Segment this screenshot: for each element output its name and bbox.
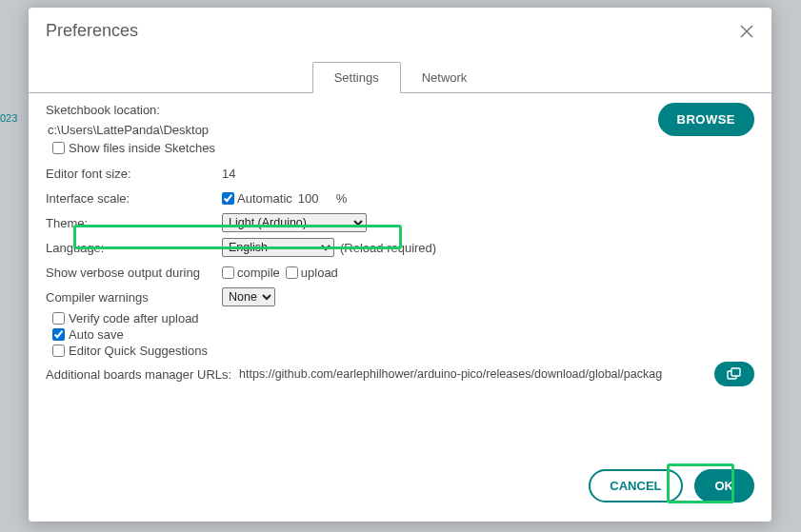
automatic-checkbox[interactable] (222, 192, 234, 205)
cancel-button[interactable]: CANCEL (589, 469, 682, 502)
upload-checkbox[interactable] (286, 266, 298, 279)
font-size-label: Editor font size: (46, 167, 222, 181)
tab-settings[interactable]: Settings (312, 62, 401, 93)
sketchbook-label: Sketchbook location: (46, 103, 658, 117)
compile-label: compile (237, 266, 280, 280)
quick-suggestions-checkbox[interactable] (52, 345, 65, 357)
compiler-warnings-label: Compiler warnings (46, 290, 222, 305)
scale-unit: % (336, 191, 348, 206)
additional-urls-label: Additional boards manager URLs: (46, 367, 231, 382)
browse-button[interactable]: BROWSE (658, 103, 755, 136)
verify-checkbox[interactable] (52, 312, 65, 325)
verbose-label: Show verbose output during (46, 266, 222, 280)
background-partial-text: 023 (0, 112, 17, 124)
autosave-checkbox[interactable] (52, 328, 65, 341)
compile-checkbox[interactable] (222, 266, 234, 279)
dialog-body: Sketchbook location: c:\Users\LattePanda… (29, 93, 771, 456)
tab-network[interactable]: Network (401, 63, 489, 92)
show-files-label: Show files inside Sketches (69, 141, 215, 155)
show-files-checkbox[interactable] (52, 142, 65, 154)
compiler-warnings-select[interactable]: None (222, 287, 275, 306)
ok-button[interactable]: OK (694, 469, 755, 502)
sketchbook-path: c:\Users\LattePanda\Desktop (46, 123, 658, 137)
upload-label: upload (301, 266, 338, 280)
theme-label: Theme: (46, 216, 222, 230)
svg-rect-1 (731, 368, 740, 376)
titlebar: Preferences (29, 8, 771, 41)
expand-icon (727, 367, 742, 381)
language-select[interactable]: English (222, 238, 334, 257)
dialog-footer: CANCEL OK (29, 456, 771, 522)
additional-urls-input[interactable] (239, 367, 707, 381)
quick-suggestions-label: Editor Quick Suggestions (69, 344, 208, 358)
autosave-label: Auto save (69, 327, 124, 342)
theme-select[interactable]: Light (Arduino) (222, 213, 367, 232)
dialog-title: Preferences (46, 21, 138, 41)
interface-scale-label: Interface scale: (46, 191, 222, 206)
language-label: Language: (46, 241, 222, 255)
expand-urls-button[interactable] (714, 362, 754, 386)
verify-label: Verify code after upload (69, 311, 199, 325)
reload-note: (Reload required) (340, 241, 436, 255)
tab-bar: Settings Network (29, 62, 771, 93)
preferences-dialog: Preferences Settings Network Sketchbook … (29, 8, 771, 522)
close-icon[interactable] (739, 24, 754, 39)
automatic-label: Automatic (237, 191, 292, 206)
scale-value-input[interactable] (298, 191, 336, 206)
font-size-input[interactable] (222, 167, 271, 181)
